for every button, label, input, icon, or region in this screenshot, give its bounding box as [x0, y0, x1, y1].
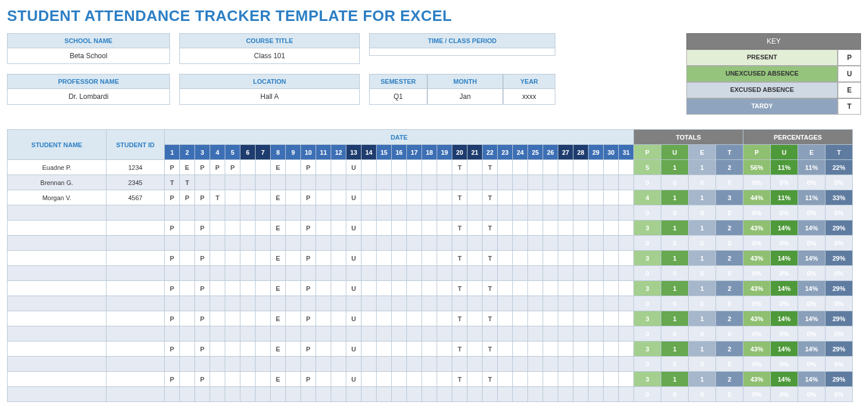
attendance-cell[interactable] [513, 387, 528, 402]
attendance-cell[interactable] [256, 251, 271, 266]
attendance-cell[interactable] [437, 160, 452, 175]
attendance-cell[interactable] [589, 281, 604, 296]
attendance-cell[interactable] [331, 326, 346, 342]
attendance-cell[interactable] [362, 281, 377, 296]
attendance-cell[interactable] [452, 357, 467, 372]
attendance-cell[interactable] [619, 205, 634, 220]
attendance-cell[interactable] [558, 266, 573, 281]
attendance-cell[interactable] [316, 266, 331, 281]
attendance-cell[interactable] [180, 342, 195, 357]
attendance-cell[interactable] [573, 326, 589, 342]
attendance-cell[interactable] [528, 205, 543, 220]
attendance-cell[interactable] [483, 387, 498, 402]
location-value[interactable]: Hall A [179, 89, 360, 105]
attendance-cell[interactable] [256, 205, 271, 220]
attendance-cell[interactable] [316, 387, 331, 402]
attendance-cell[interactable] [377, 205, 392, 220]
student-name-cell[interactable] [8, 251, 107, 266]
attendance-cell[interactable] [256, 175, 271, 190]
attendance-cell[interactable] [301, 236, 316, 251]
attendance-cell[interactable]: T [210, 190, 225, 205]
attendance-cell[interactable] [392, 160, 407, 175]
attendance-cell[interactable] [271, 296, 286, 311]
attendance-cell[interactable] [513, 236, 528, 251]
attendance-cell[interactable] [362, 372, 377, 387]
attendance-cell[interactable] [604, 190, 619, 205]
student-name-cell[interactable] [8, 326, 107, 342]
student-name-cell[interactable] [8, 342, 107, 357]
attendance-cell[interactable] [225, 266, 240, 281]
attendance-cell[interactable] [407, 296, 422, 311]
attendance-cell[interactable] [422, 281, 437, 296]
attendance-cell[interactable] [558, 175, 573, 190]
attendance-cell[interactable] [543, 326, 558, 342]
attendance-cell[interactable] [422, 266, 437, 281]
attendance-cell[interactable] [377, 357, 392, 372]
student-name-cell[interactable] [8, 387, 107, 402]
student-name-cell[interactable] [8, 296, 107, 311]
attendance-cell[interactable] [225, 251, 240, 266]
attendance-cell[interactable] [165, 236, 180, 251]
attendance-cell[interactable]: T [483, 220, 498, 236]
attendance-cell[interactable] [573, 387, 589, 402]
attendance-cell[interactable] [452, 236, 467, 251]
attendance-cell[interactable] [286, 251, 301, 266]
attendance-cell[interactable] [558, 190, 573, 205]
attendance-cell[interactable] [589, 387, 604, 402]
attendance-cell[interactable] [452, 326, 467, 342]
attendance-cell[interactable] [619, 175, 634, 190]
attendance-cell[interactable] [195, 266, 210, 281]
attendance-cell[interactable] [543, 266, 558, 281]
attendance-cell[interactable] [346, 175, 362, 190]
attendance-cell[interactable]: T [452, 160, 467, 175]
attendance-cell[interactable]: T [483, 342, 498, 357]
attendance-cell[interactable] [316, 205, 331, 220]
attendance-cell[interactable]: E [271, 372, 286, 387]
attendance-cell[interactable] [195, 357, 210, 372]
attendance-cell[interactable] [573, 251, 589, 266]
attendance-cell[interactable] [558, 296, 573, 311]
attendance-cell[interactable] [286, 372, 301, 387]
attendance-cell[interactable] [528, 236, 543, 251]
attendance-cell[interactable] [377, 220, 392, 236]
attendance-cell[interactable] [619, 342, 634, 357]
attendance-cell[interactable] [543, 296, 558, 311]
attendance-cell[interactable] [558, 220, 573, 236]
attendance-cell[interactable] [498, 160, 513, 175]
attendance-cell[interactable] [377, 251, 392, 266]
attendance-cell[interactable] [619, 372, 634, 387]
attendance-cell[interactable] [573, 190, 589, 205]
attendance-cell[interactable] [528, 251, 543, 266]
attendance-cell[interactable] [301, 387, 316, 402]
student-name-cell[interactable] [8, 266, 107, 281]
student-name-cell[interactable]: Euadne P. [8, 160, 107, 175]
attendance-cell[interactable] [240, 205, 256, 220]
attendance-cell[interactable] [195, 205, 210, 220]
attendance-cell[interactable]: E [271, 251, 286, 266]
attendance-cell[interactable] [377, 296, 392, 311]
attendance-cell[interactable] [286, 296, 301, 311]
attendance-cell[interactable] [346, 205, 362, 220]
attendance-cell[interactable] [513, 190, 528, 205]
attendance-cell[interactable] [301, 175, 316, 190]
attendance-cell[interactable] [407, 236, 422, 251]
attendance-cell[interactable] [422, 342, 437, 357]
attendance-cell[interactable]: T [483, 311, 498, 326]
attendance-cell[interactable] [528, 311, 543, 326]
attendance-cell[interactable] [558, 160, 573, 175]
attendance-cell[interactable] [195, 236, 210, 251]
student-id-cell[interactable]: 4567 [107, 190, 165, 205]
attendance-cell[interactable] [392, 175, 407, 190]
student-id-cell[interactable] [107, 357, 165, 372]
attendance-cell[interactable] [619, 266, 634, 281]
attendance-cell[interactable] [422, 296, 437, 311]
attendance-cell[interactable] [483, 205, 498, 220]
attendance-cell[interactable] [437, 357, 452, 372]
attendance-cell[interactable] [589, 372, 604, 387]
attendance-cell[interactable] [210, 387, 225, 402]
attendance-cell[interactable] [498, 311, 513, 326]
attendance-cell[interactable] [180, 251, 195, 266]
attendance-cell[interactable] [528, 175, 543, 190]
year-value[interactable]: xxxx [503, 89, 555, 105]
attendance-cell[interactable] [362, 220, 377, 236]
